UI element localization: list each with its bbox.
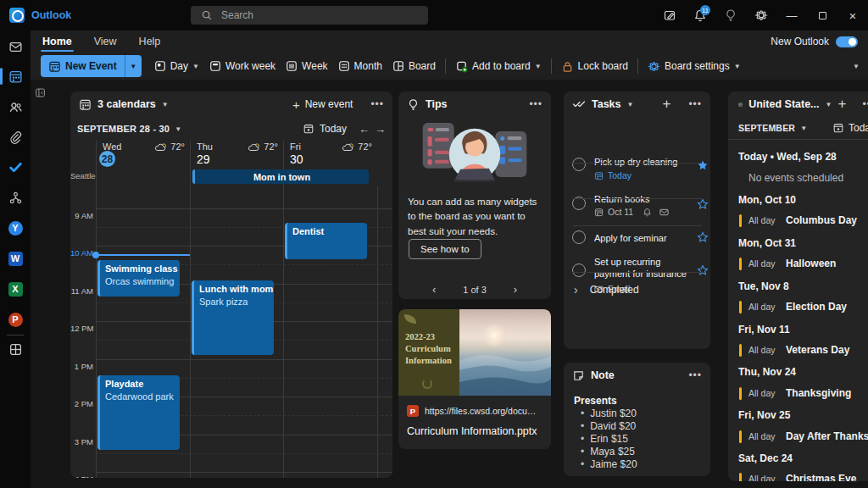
agenda-today-button[interactable]: Today — [849, 122, 868, 134]
current-time-dot — [92, 252, 99, 258]
file-preview[interactable]: 2022-23 Curriculum Information — [398, 309, 551, 396]
file-name[interactable]: Curriculum Information.pptx — [407, 425, 543, 437]
agenda-event[interactable]: All day Election Day — [728, 300, 868, 315]
rail-attachments[interactable] — [0, 125, 31, 150]
ribbon-toolbar: New Event ▼ Day▼ Work week Week Month B — [31, 53, 868, 80]
tips-widget-menu[interactable]: ••• — [529, 98, 542, 110]
rail-powerpoint[interactable]: P — [0, 307, 31, 332]
task-checkbox[interactable] — [572, 230, 586, 244]
star-icon[interactable] — [697, 264, 709, 276]
note-list-item[interactable]: Erin $15 — [581, 433, 628, 445]
file-url[interactable]: https://files.cwsd.org/documents/... — [425, 406, 543, 416]
maximize-button[interactable] — [807, 0, 837, 30]
settings-button[interactable] — [746, 0, 776, 30]
note-icon — [572, 369, 585, 382]
rail-more-apps[interactable] — [0, 336, 31, 362]
tasks-widget-menu[interactable]: ••• — [688, 98, 702, 110]
pager-next-icon[interactable]: › — [514, 283, 517, 296]
close-button[interactable]: × — [837, 0, 868, 30]
star-icon[interactable] — [697, 231, 709, 243]
feedback-button[interactable] — [654, 0, 685, 30]
star-filled-icon[interactable] — [697, 159, 709, 171]
agenda-event[interactable]: All day Veterans Day — [728, 343, 868, 358]
event-color-bar — [739, 258, 742, 270]
agenda-event[interactable]: All day Christmas Eve — [728, 472, 868, 481]
calendar-new-event-button[interactable]: +New event — [292, 97, 353, 112]
agenda-widget: United State... ▼ + ••• SEPTEMBER ▼ Toda… — [728, 92, 868, 481]
agenda-event[interactable]: All day Columbus Day — [728, 214, 868, 229]
weather-fri: 72° — [342, 141, 372, 152]
toolbar-overflow-chevron[interactable]: ▼ — [853, 63, 860, 70]
lock-board-button[interactable]: Lock board — [556, 55, 633, 77]
board-settings-button[interactable]: Board settings▼ — [643, 55, 746, 77]
note-widget-menu[interactable]: ••• — [688, 369, 702, 381]
task-checkbox[interactable] — [572, 263, 586, 277]
task-checkbox[interactable] — [572, 158, 586, 171]
pager-prev-icon[interactable]: ‹ — [432, 283, 436, 296]
day-header-wed[interactable]: Wed 72° 28 — [96, 141, 190, 168]
week-view-button[interactable]: Week — [281, 55, 332, 77]
date-range-label[interactable]: SEPTEMBER 28 - 30 — [77, 124, 170, 134]
note-list-item[interactable]: Maya $25 — [581, 446, 635, 458]
day-header-fri[interactable]: Fri 72° 30 — [283, 141, 377, 168]
note-list-item[interactable]: Justin $20 — [581, 408, 637, 419]
see-how-to-button[interactable]: See how to — [409, 239, 481, 259]
day-header-thu[interactable]: Thu 72° 29 — [190, 141, 283, 168]
hour-label: 11 AM — [70, 286, 93, 296]
event-lunch-with-mom[interactable]: Lunch with mom Spark pizza — [192, 280, 274, 355]
agenda-event[interactable]: All day Thanksgiving — [728, 386, 868, 402]
rail-calendar[interactable] — [0, 64, 31, 89]
agenda-month-label[interactable]: SEPTEMBER — [738, 123, 795, 133]
hour-label: 4 PM — [70, 474, 93, 478]
event-playdate[interactable]: Playdate Cedarwood park — [97, 375, 180, 450]
calendar-icon — [594, 171, 604, 180]
minimize-button[interactable]: — — [776, 0, 807, 30]
today-button[interactable]: Today — [320, 123, 347, 135]
collapse-panel-icon[interactable] — [35, 87, 46, 98]
calendar-widget: 3 calendars ▼ +New event ••• SEPTEMBER 2… — [70, 92, 392, 478]
calendar-widget-menu[interactable]: ••• — [370, 98, 384, 110]
rail-people[interactable] — [0, 94, 31, 119]
agenda-add-button[interactable]: + — [837, 96, 846, 113]
add-to-board-button[interactable]: Add to board▼ — [450, 55, 547, 77]
completed-section[interactable]: › Completed — [574, 283, 639, 297]
rail-viva-engage[interactable]: Y — [0, 215, 31, 241]
rail-mail[interactable] — [0, 34, 31, 59]
add-task-button[interactable]: + — [662, 96, 670, 113]
next-arrow[interactable]: → — [375, 123, 386, 136]
day-view-button[interactable]: Day▼ — [149, 55, 204, 77]
month-view-button[interactable]: Month — [333, 55, 387, 77]
tab-home[interactable]: Home — [39, 30, 75, 53]
note-list-item[interactable]: David $20 — [581, 420, 636, 432]
prev-arrow[interactable]: ← — [359, 123, 370, 136]
board-view-button[interactable]: Board — [387, 55, 441, 77]
agenda-day-header: Fri, Nov 25 — [738, 409, 790, 421]
all-day-event[interactable]: Mom in town — [192, 169, 369, 184]
new-event-dropdown[interactable]: ▼ — [125, 55, 142, 77]
calendar-widget-title[interactable]: 3 calendars — [97, 98, 156, 110]
rail-todo[interactable] — [0, 154, 31, 180]
rail-excel[interactable]: X — [0, 276, 31, 302]
rail-word[interactable]: W — [0, 246, 31, 271]
work-week-view-button[interactable]: Work week — [204, 55, 281, 77]
note-list-item[interactable]: Jaime $20 — [581, 458, 637, 470]
chevron-down-icon: ▼ — [800, 125, 807, 132]
note-heading[interactable]: Presents — [574, 395, 617, 407]
tab-view[interactable]: View — [91, 30, 120, 53]
agenda-event[interactable]: All day Day After Thanksgiving — [728, 430, 868, 445]
tab-help[interactable]: Help — [136, 30, 164, 53]
agenda-event[interactable]: All day Halloween — [728, 257, 868, 272]
rail-org-explorer[interactable] — [0, 185, 31, 210]
tips-button[interactable] — [715, 0, 746, 30]
new-event-button[interactable]: New Event — [41, 55, 125, 77]
event-swimming-class[interactable]: Swimming class Orcas swimming — [97, 260, 180, 297]
star-icon[interactable] — [697, 198, 709, 210]
chevron-right-icon: › — [574, 283, 578, 297]
notifications-button[interactable]: 11 — [685, 0, 715, 30]
event-dentist[interactable]: Dentist — [285, 223, 367, 259]
new-outlook-toggle[interactable] — [836, 36, 858, 47]
tasks-widget-title[interactable]: Tasks — [592, 98, 621, 110]
search-input[interactable]: Search — [191, 6, 428, 25]
agenda-widget-menu[interactable]: ••• — [862, 98, 868, 110]
agenda-widget-title[interactable]: United State... — [748, 98, 819, 110]
